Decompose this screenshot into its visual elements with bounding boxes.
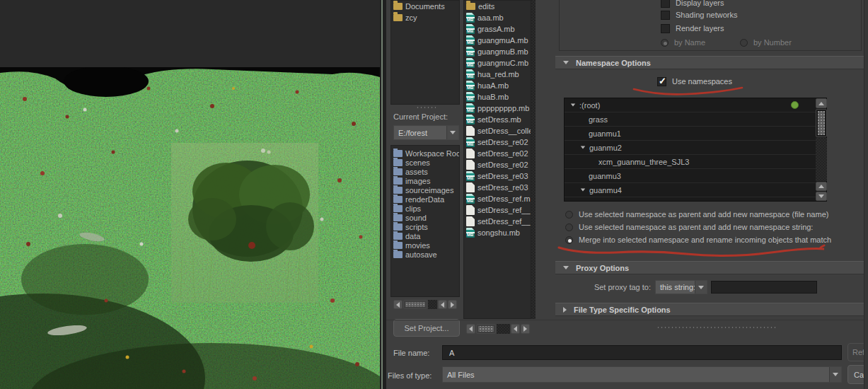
list-item-workspace-folder[interactable]: Workspace Roo — [391, 149, 459, 158]
list-item-file[interactable]: setDress_re02 — [464, 148, 531, 159]
list-item-file[interactable]: aaa.mb — [464, 12, 531, 23]
list-item-workspace-folder[interactable]: images — [391, 176, 459, 185]
namespace-tree-scrollbar[interactable] — [816, 98, 827, 201]
namespace-tree-item[interactable]: guanmu1 — [565, 127, 816, 141]
scroll-up-icon[interactable] — [816, 98, 827, 108]
file-list-scrollbar[interactable] — [466, 324, 530, 334]
list-item-workspace-folder[interactable]: scenes — [391, 158, 459, 167]
list-item-file[interactable]: hua_red.mb — [464, 69, 531, 80]
file-name-label: setDress_ref__ — [478, 206, 531, 214]
file-name-label: setDress_re02 — [478, 161, 528, 169]
list-item-workspace-folder[interactable]: sound — [391, 213, 459, 222]
list-item-file[interactable]: songshu.mb — [464, 227, 531, 238]
radio-button[interactable] — [565, 211, 573, 219]
list-item-workspace-folder[interactable]: clips — [391, 204, 459, 213]
scroll-right-icon[interactable] — [448, 300, 457, 309]
scroll-up-icon[interactable] — [816, 182, 827, 191]
namespace-tree-item[interactable]: xcm_guanmu_three_SJL3 — [565, 155, 816, 169]
list-item-file[interactable]: huaB.mb — [464, 91, 531, 103]
places-scrollbar[interactable] — [393, 300, 457, 309]
list-item-file[interactable]: setDress.mb — [464, 114, 531, 125]
list-item-file[interactable]: setDress_ref__ — [464, 204, 531, 216]
scrollbar-track[interactable] — [497, 324, 510, 334]
shading-networks-checkbox[interactable] — [661, 11, 670, 20]
list-item-file[interactable]: setDress__colle — [464, 125, 531, 137]
radio-button[interactable] — [565, 236, 573, 244]
scroll-right-icon[interactable] — [521, 324, 530, 334]
proxy-tag-dropdown[interactable]: this string: — [655, 280, 707, 294]
radio-row-by-name[interactable]: by Name — [661, 36, 705, 49]
list-item-place[interactable]: zcy — [391, 12, 459, 23]
checkbox-row-render-layers[interactable]: Render layers — [661, 22, 724, 35]
namespace-radio-option[interactable]: Use selected namespace as parent and add… — [565, 208, 828, 221]
list-item-file[interactable]: edits — [464, 1, 531, 12]
list-item-place[interactable]: Documents — [391, 1, 459, 12]
scrollbar-track[interactable] — [428, 300, 437, 309]
namespace-tree-item[interactable]: guanmu3 — [565, 169, 816, 183]
proxy-options-header[interactable]: Proxy Options — [555, 261, 864, 274]
file-list-vscroll-track[interactable] — [531, 0, 536, 319]
file-name-label: huaA.mb — [478, 81, 509, 90]
list-item-file[interactable]: ppppppppp.mb — [464, 103, 531, 114]
proxy-tag-input[interactable] — [711, 281, 817, 294]
list-item-workspace-folder[interactable]: scripts — [391, 222, 459, 231]
list-item-file[interactable]: guangmuB.mb — [464, 46, 531, 57]
scrollbar-thumb[interactable] — [403, 300, 427, 309]
list-item-file[interactable]: guangmuA.mb — [464, 35, 531, 46]
current-project-dropdown[interactable]: E:/forest — [393, 125, 459, 140]
list-item-file[interactable]: setDress_re02 — [464, 137, 531, 148]
namespace-radio-option[interactable]: Merge into selected namespace and rename… — [565, 233, 831, 246]
list-item-file[interactable]: setDress_ref.m — [464, 193, 531, 204]
namespace-options-header[interactable]: Namespace Options — [555, 56, 864, 69]
list-item-workspace-folder[interactable]: movies — [391, 240, 459, 250]
list-item-file[interactable]: setDress_re03 — [464, 170, 531, 182]
by-number-radio[interactable] — [740, 39, 748, 47]
scrollbar-thumb[interactable] — [816, 109, 827, 137]
render-layers-checkbox[interactable] — [661, 24, 670, 33]
list-item-file[interactable]: huaA.mb — [464, 80, 531, 91]
list-item-workspace-folder[interactable]: data — [391, 231, 459, 240]
list-item-file[interactable]: setDress_ref__ — [464, 216, 531, 227]
use-namespaces-checkbox[interactable] — [657, 77, 666, 86]
list-item-file[interactable]: setDress_re02 — [464, 159, 531, 170]
scrollbar-track[interactable] — [816, 138, 827, 181]
radio-button[interactable] — [565, 223, 573, 231]
checkbox-row-shading-networks[interactable]: Shading networks — [661, 8, 737, 21]
files-of-type-dropdown[interactable]: All Files — [442, 366, 842, 383]
list-item-workspace-folder[interactable]: sourceimages — [391, 185, 459, 194]
checkbox-label: Shading networks — [676, 11, 737, 19]
panel-resize-grip[interactable] — [416, 106, 436, 110]
radio-row-by-number[interactable]: by Number — [740, 36, 792, 49]
list-item-workspace-folder[interactable]: autosave — [391, 250, 459, 259]
scroll-left-icon[interactable] — [511, 324, 520, 334]
list-item-file[interactable]: guangmuC.mb — [464, 57, 531, 69]
folder-icon — [393, 168, 403, 175]
viewport-3d[interactable] — [0, 0, 380, 389]
set-project-button[interactable]: Set Project... — [393, 319, 460, 337]
workspace-folder-label: scenes — [405, 158, 430, 167]
splitter-grip[interactable] — [656, 326, 777, 330]
list-item-workspace-folder[interactable]: assets — [391, 167, 459, 176]
namespace-tree-item[interactable]: guanmu4 — [565, 183, 816, 197]
tree-expander-icon[interactable] — [571, 104, 575, 107]
list-item-file[interactable]: setDress_re03 — [464, 182, 531, 193]
namespace-tree-item[interactable]: guanmu2 — [565, 141, 816, 155]
scrollbar-thumb[interactable] — [476, 324, 496, 334]
list-item-file[interactable]: grassA.mb — [464, 23, 531, 35]
display-layers-checkbox[interactable] — [661, 0, 670, 8]
scroll-left-icon[interactable] — [438, 300, 447, 309]
files-of-type-label: Files of type: — [388, 371, 432, 380]
tree-expander-icon[interactable] — [581, 189, 585, 192]
file-name-input[interactable] — [442, 345, 842, 360]
namespace-radio-option[interactable]: Use selected namespace as parent and add… — [565, 221, 813, 233]
scroll-left-icon[interactable] — [393, 300, 403, 309]
scroll-down-icon[interactable] — [816, 192, 827, 201]
scroll-left-icon[interactable] — [466, 324, 475, 334]
namespace-tree-item[interactable]: :(root) — [565, 98, 816, 112]
use-namespaces-row[interactable]: Use namespaces — [657, 75, 732, 88]
namespace-tree-item[interactable]: grass — [565, 112, 816, 127]
tree-expander-icon[interactable] — [581, 146, 585, 149]
file-type-options-header[interactable]: File Type Specific Options — [555, 303, 864, 316]
by-name-radio[interactable] — [661, 39, 669, 47]
list-item-workspace-folder[interactable]: renderData — [391, 194, 459, 204]
